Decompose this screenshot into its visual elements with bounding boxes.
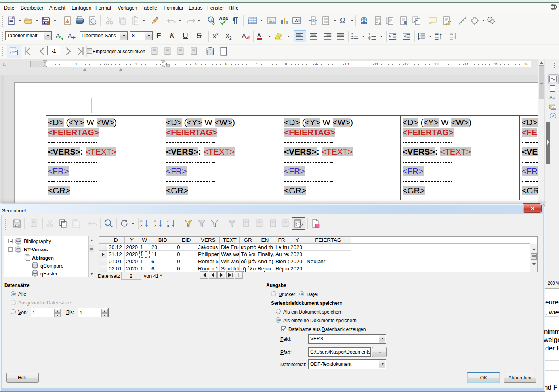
svg-text:a: a [140, 219, 143, 223]
svg-text:a: a [167, 224, 169, 228]
svg-text:z: z [140, 224, 142, 228]
svg-text:z: z [167, 219, 169, 223]
svg-text:z: z [154, 224, 156, 228]
svg-text:a: a [154, 219, 156, 223]
